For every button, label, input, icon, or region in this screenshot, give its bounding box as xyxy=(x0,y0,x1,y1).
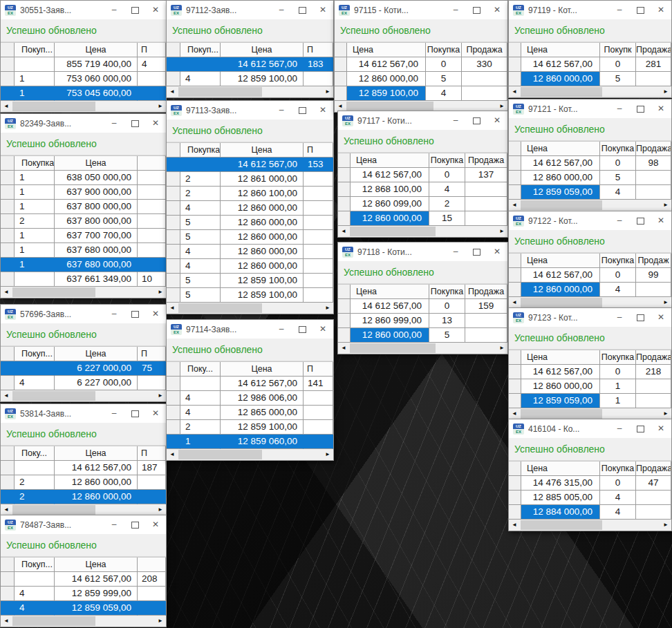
title-bar[interactable]: UZ EX 97112-Заяв... – ✕ xyxy=(167,1,333,19)
maximize-button[interactable] xyxy=(292,320,312,339)
maximize-button[interactable] xyxy=(124,305,145,323)
scroll-left-arrow-icon[interactable]: ◄ xyxy=(167,449,178,460)
table-row[interactable]: 12 860 000,00 1 xyxy=(509,379,671,394)
column-header[interactable]: Покупка xyxy=(426,43,462,57)
scroll-right-arrow-icon[interactable]: ► xyxy=(660,86,671,97)
minimize-button[interactable]: – xyxy=(104,305,124,323)
column-header[interactable]: Цена xyxy=(55,43,138,57)
scrollbar-thumb[interactable] xyxy=(12,616,95,626)
title-bar[interactable]: UZ EX 57696-Заяв... – ✕ xyxy=(1,305,166,323)
table-row[interactable]: 6 227 000,00 75 xyxy=(1,361,166,376)
table-row[interactable]: 14 476 315,00 0 47 xyxy=(509,476,671,491)
scrollbar-track[interactable] xyxy=(520,408,660,419)
column-header[interactable]: П xyxy=(304,143,333,157)
maximize-button[interactable] xyxy=(630,419,651,438)
column-header[interactable]: Продажа xyxy=(462,43,507,57)
column-header[interactable]: Покупка xyxy=(600,350,636,364)
title-bar[interactable]: UZ EX 97113-Заяв... – ✕ xyxy=(167,101,333,120)
table-row[interactable]: 4 12 859 100,00 xyxy=(167,72,333,86)
horizontal-scrollbar[interactable]: ◄ ► xyxy=(338,343,507,354)
minimize-button[interactable]: – xyxy=(445,242,466,261)
table-row[interactable]: 1 637 700 700,00 xyxy=(1,229,166,243)
column-header[interactable]: Покуп... xyxy=(15,558,55,571)
scrollbar-track[interactable] xyxy=(178,86,322,97)
table-row[interactable]: 14 612 567,00 0 330 xyxy=(335,57,507,72)
table-row[interactable]: 4 12 859 059,00 xyxy=(1,601,166,616)
horizontal-scrollbar[interactable]: ◄ ► xyxy=(509,408,671,419)
scroll-left-arrow-icon[interactable]: ◄ xyxy=(167,86,178,97)
title-bar[interactable]: UZ EX 97121 - Кот... – ✕ xyxy=(509,99,671,118)
close-button[interactable]: ✕ xyxy=(145,305,166,323)
horizontal-scrollbar[interactable]: ◄ ► xyxy=(1,390,166,401)
table-row[interactable]: 14 612 567,00 0 99 xyxy=(509,268,671,283)
title-bar[interactable]: UZ EX 97118 - Коти... – ✕ xyxy=(338,242,507,261)
column-header[interactable]: Продажа xyxy=(636,43,671,57)
title-bar[interactable]: UZ EX 97119 - Кот... – ✕ xyxy=(509,1,671,19)
scrollbar-track[interactable] xyxy=(520,520,660,531)
minimize-button[interactable]: – xyxy=(609,211,630,230)
column-header[interactable]: Цена xyxy=(55,156,138,170)
minimize-button[interactable]: – xyxy=(271,1,292,19)
scrollbar-thumb[interactable] xyxy=(178,87,262,97)
column-header[interactable]: Цена xyxy=(351,153,429,167)
table-row[interactable]: 12 859 059,00 4 xyxy=(509,185,671,200)
table-row[interactable]: 4 12 860 000,00 xyxy=(167,259,333,274)
horizontal-scrollbar[interactable]: ◄ ► xyxy=(167,86,333,97)
column-header[interactable]: Покупка xyxy=(15,156,55,170)
column-header[interactable]: Покупка xyxy=(180,143,221,157)
column-header[interactable]: Цена xyxy=(521,254,600,267)
scrollbar-thumb[interactable] xyxy=(178,450,262,459)
column-header[interactable]: Поку... xyxy=(180,362,221,376)
title-bar[interactable]: UZ EX 53814-Заяв... – ✕ xyxy=(1,404,166,423)
table-row[interactable]: 1 638 050 000,00 xyxy=(1,171,166,185)
close-button[interactable]: ✕ xyxy=(312,101,333,120)
close-button[interactable]: ✕ xyxy=(651,308,671,327)
column-header[interactable]: Цена xyxy=(521,142,600,155)
scroll-right-arrow-icon[interactable]: ► xyxy=(155,101,166,112)
minimize-button[interactable]: – xyxy=(609,419,630,438)
scroll-right-arrow-icon[interactable]: ► xyxy=(322,86,333,97)
table-row[interactable]: 14 612 567,00 0 159 xyxy=(338,299,507,314)
table-row[interactable]: 14 612 567,00 141 xyxy=(167,377,333,391)
column-header[interactable]: Покупка xyxy=(600,254,636,267)
scrollbar-thumb[interactable] xyxy=(12,505,95,515)
maximize-button[interactable] xyxy=(124,1,145,19)
table-row[interactable]: 12 860 000,00 5 xyxy=(335,72,507,86)
column-header[interactable]: Цена xyxy=(521,350,600,364)
title-bar[interactable]: UZ EX 416104 - Ко... – ✕ xyxy=(509,419,671,438)
maximize-button[interactable] xyxy=(630,308,651,327)
scroll-right-arrow-icon[interactable]: ► xyxy=(660,297,671,308)
column-header[interactable]: Покуп... xyxy=(15,43,55,57)
column-header[interactable]: Цена xyxy=(55,347,138,361)
column-header[interactable]: Продажа xyxy=(465,153,507,167)
column-header[interactable]: Цена xyxy=(347,43,426,57)
scrollbar-thumb[interactable] xyxy=(346,102,433,111)
minimize-button[interactable]: – xyxy=(104,114,124,133)
column-header[interactable]: Цена xyxy=(521,462,600,475)
column-header[interactable]: Покупка xyxy=(429,153,465,167)
table-row[interactable]: 637 661 349,00 10 xyxy=(1,272,166,287)
scrollbar-thumb[interactable] xyxy=(12,102,95,111)
table-row[interactable]: 12 860 999,00 13 xyxy=(338,314,507,328)
scroll-right-arrow-icon[interactable]: ► xyxy=(322,449,333,460)
table-row[interactable]: 1 753 045 600,00 xyxy=(1,86,166,101)
column-header[interactable]: П xyxy=(138,446,166,460)
scroll-left-arrow-icon[interactable]: ◄ xyxy=(1,287,12,298)
table-row[interactable]: 5 12 860 000,00 xyxy=(167,216,333,230)
title-bar[interactable]: UZ EX 97123 - Кот... – ✕ xyxy=(509,308,671,327)
scroll-left-arrow-icon[interactable]: ◄ xyxy=(509,520,520,531)
scrollbar-track[interactable] xyxy=(12,390,155,401)
minimize-button[interactable]: – xyxy=(104,515,124,534)
scroll-left-arrow-icon[interactable]: ◄ xyxy=(1,101,12,112)
table-row[interactable]: 1 637 900 000,00 xyxy=(1,185,166,200)
table-row[interactable]: 2 12 860 000,00 xyxy=(1,475,166,490)
column-header[interactable]: Покуп... xyxy=(15,347,55,361)
table-row[interactable]: 12 885 005,00 4 xyxy=(509,491,671,505)
table-row[interactable]: 4 6 227 000,00 xyxy=(1,376,166,390)
scrollbar-track[interactable] xyxy=(520,200,660,211)
scroll-left-arrow-icon[interactable]: ◄ xyxy=(167,303,178,314)
column-header[interactable]: Цена xyxy=(55,446,138,460)
scrollbar-thumb[interactable] xyxy=(350,343,436,353)
table-row[interactable]: 2 12 860 000,00 xyxy=(1,490,166,504)
maximize-button[interactable] xyxy=(292,101,312,120)
